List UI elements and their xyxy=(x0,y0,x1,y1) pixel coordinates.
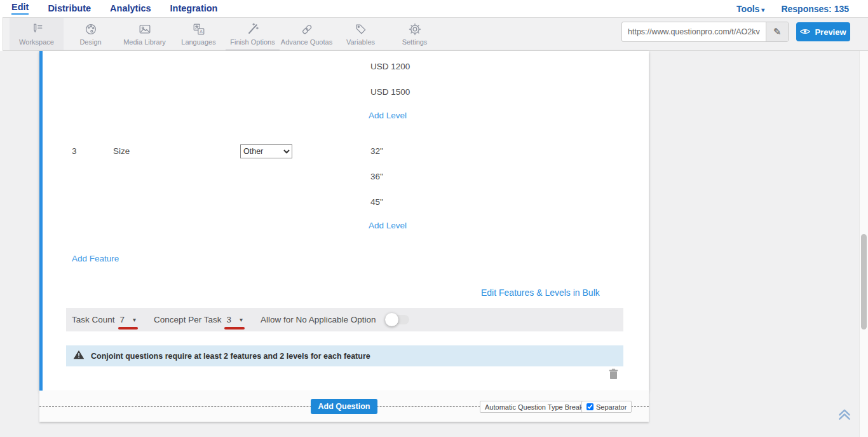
add-level-link-feature3[interactable]: Add Level xyxy=(369,221,407,231)
separator-label: Separator xyxy=(596,403,627,411)
delete-question-button[interactable] xyxy=(609,368,618,380)
tab-integration[interactable]: Integration xyxy=(170,4,218,13)
tab-analytics[interactable]: Analytics xyxy=(110,4,151,13)
eye-icon xyxy=(800,27,810,37)
tag-icon xyxy=(354,22,368,36)
toggle-knob xyxy=(385,313,398,326)
question-footer-strip: Add Question Automatic Question Type Bre… xyxy=(39,391,649,422)
no-applicable-label: Allow for No Applicable Option xyxy=(261,315,376,324)
toolbar-item-label: Advance Quotas xyxy=(281,38,332,46)
red-annotation-underline xyxy=(224,327,245,329)
tools-menu[interactable]: Tools▾ xyxy=(736,4,764,14)
concept-per-task-dropdown[interactable]: 3 ▾ xyxy=(226,315,243,324)
conjoint-options-bar: Task Count 7 ▾ Concept Per Task 3 ▾ Allo… xyxy=(66,308,623,331)
feature3-level-1[interactable]: 32" xyxy=(370,146,383,156)
toolbar-left-edge xyxy=(0,17,3,51)
chevron-down-icon: ▾ xyxy=(761,6,764,13)
task-count-dropdown[interactable]: 7 ▾ xyxy=(120,315,137,324)
toolbar-item-label: Settings xyxy=(402,38,428,46)
languages-icon: A xyxy=(192,22,206,36)
survey-url-input[interactable] xyxy=(622,22,766,41)
feature2-level-2[interactable]: USD 1500 xyxy=(370,87,410,97)
tab-edit[interactable]: Edit xyxy=(11,3,29,15)
add-feature-link[interactable]: Add Feature xyxy=(72,254,119,264)
feature3-level-2[interactable]: 36" xyxy=(370,172,383,182)
double-chevron-up-icon xyxy=(836,414,853,425)
toolbar-item-label: Finish Options xyxy=(230,38,275,46)
chain-link-icon xyxy=(300,22,314,36)
conjoint-question-card: USD 1200 USD 1500 Add Level 3 Size Other… xyxy=(39,51,649,391)
toolbar-item-variables[interactable]: Variables xyxy=(334,18,388,50)
edit-url-button[interactable]: ✎ xyxy=(766,22,788,41)
separator-checkbox[interactable] xyxy=(587,403,593,410)
no-applicable-toggle[interactable] xyxy=(386,315,409,324)
separator-toggle[interactable]: Separator xyxy=(581,401,632,413)
add-question-button[interactable]: Add Question xyxy=(311,399,378,414)
chevron-down-icon: ▾ xyxy=(240,316,243,323)
responses-link[interactable]: Responses: 135 xyxy=(781,4,849,14)
bulk-edit-link[interactable]: Edit Features & Levels in Bulk xyxy=(481,288,600,298)
scroll-to-top-button[interactable] xyxy=(836,405,853,423)
feature2-level-1[interactable]: USD 1200 xyxy=(370,62,410,72)
toolbar-item-finish-options[interactable]: Finish Options xyxy=(226,18,280,50)
feature3-index: 3 xyxy=(72,146,77,156)
design-palette-icon xyxy=(84,22,98,36)
toolbar-item-advance-quotas[interactable]: Advance Quotas xyxy=(280,18,334,50)
trash-icon xyxy=(609,371,618,382)
pencil-icon: ✎ xyxy=(773,26,782,38)
nav-right-group: Tools▾ Responses: 135 xyxy=(736,4,849,14)
toolbar-item-design[interactable]: Design xyxy=(64,18,118,50)
toolbar-item-label: Design xyxy=(79,38,101,46)
toolbar-item-media-library[interactable]: Media Library xyxy=(118,18,172,50)
toolbar-item-label: Variables xyxy=(346,38,375,46)
gear-icon xyxy=(408,22,422,36)
questionpro-survey-editor: Edit Distribute Analytics Integration To… xyxy=(0,0,868,437)
auto-question-type-break-badge[interactable]: Automatic Question Type Break xyxy=(480,401,588,413)
vertical-scrollbar-thumb[interactable] xyxy=(861,234,867,329)
feature3-level-3[interactable]: 45" xyxy=(370,197,383,207)
magic-wand-icon xyxy=(246,22,260,36)
preview-button[interactable]: Preview xyxy=(796,22,850,41)
warning-text: Conjoint questions require at least 2 fe… xyxy=(91,352,370,361)
toolbar-item-label: Media Library xyxy=(123,38,166,46)
toolbar-item-label: Workspace xyxy=(19,38,54,46)
concept-per-task-label: Concept Per Task xyxy=(154,315,221,324)
media-library-icon xyxy=(138,22,152,36)
survey-url-box: ✎ xyxy=(621,22,789,42)
toolbar-item-label: Languages xyxy=(181,38,215,46)
top-nav: Edit Distribute Analytics Integration To… xyxy=(0,0,868,17)
vertical-scrollbar-track[interactable] xyxy=(859,51,868,437)
chevron-down-icon: ▾ xyxy=(133,316,136,323)
workspace-icon xyxy=(30,22,44,36)
warning-triangle-icon xyxy=(73,350,85,362)
concept-per-task-value: 3 xyxy=(226,315,231,324)
svg-text:A: A xyxy=(200,29,203,34)
tab-distribute[interactable]: Distribute xyxy=(48,4,91,13)
task-count-value: 7 xyxy=(120,315,125,324)
feature3-type-select[interactable]: Other xyxy=(240,144,292,158)
task-count-label: Task Count xyxy=(72,315,115,324)
conjoint-warning-banner: Conjoint questions require at least 2 fe… xyxy=(66,345,623,366)
red-annotation-underline xyxy=(118,327,139,329)
toolbar-item-workspace[interactable]: Workspace xyxy=(10,18,64,50)
preview-label: Preview xyxy=(815,27,846,37)
feature3-name[interactable]: Size xyxy=(113,146,130,156)
toolbar-item-languages[interactable]: A Languages xyxy=(172,18,226,50)
toolbar-item-settings[interactable]: Settings xyxy=(388,18,442,50)
add-level-link-feature2[interactable]: Add Level xyxy=(369,111,407,121)
